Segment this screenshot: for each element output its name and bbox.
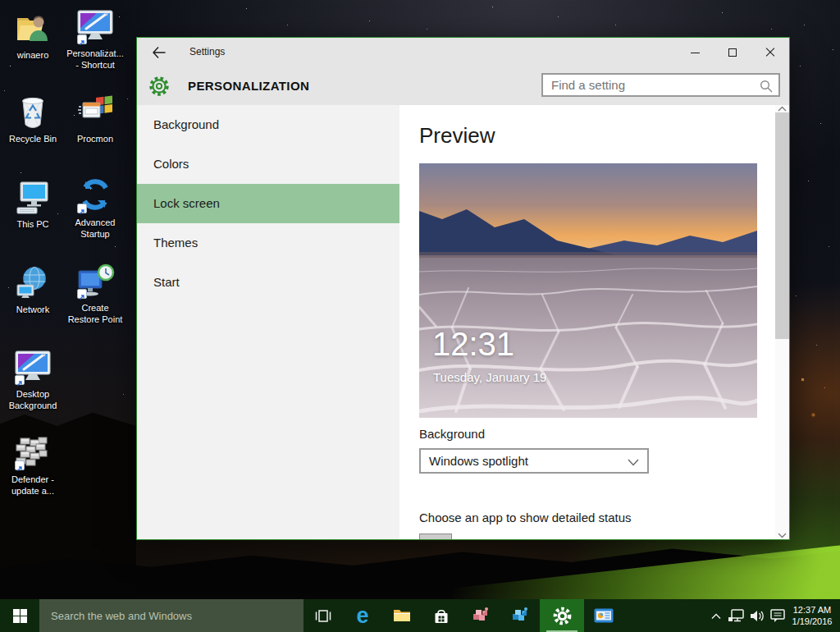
chevron-up-icon (710, 612, 722, 620)
desktop-icon-label: winaero (1, 50, 65, 62)
blue-cubes-icon (510, 607, 530, 625)
scroll-down-icon[interactable] (778, 532, 787, 538)
desktop-icon-label: Defender - update a... (1, 474, 65, 497)
network-tray-button[interactable] (726, 599, 746, 632)
choose-app-tile-button[interactable] (419, 534, 452, 539)
lock-screen-time: 12:31 (432, 326, 514, 363)
desktop-icon-label: Network (1, 305, 65, 316)
window-body: Background Colors Lock screen Themes Sta… (137, 105, 789, 539)
monitor-clock-icon (75, 261, 115, 300)
desktop-icon-label: Advanced Startup (63, 218, 127, 240)
control-panel-window-icon (594, 608, 614, 623)
task-view-icon (314, 609, 332, 623)
maximize-button[interactable] (714, 38, 751, 67)
action-center-icon (769, 608, 786, 623)
scrollbar[interactable] (775, 105, 789, 539)
speaker-icon (749, 609, 765, 623)
desktop-icon-recycle-bin[interactable]: Recycle Bin (1, 92, 65, 145)
setting-search-box[interactable] (541, 73, 780, 97)
taskbar: e (0, 599, 840, 632)
lock-screen-preview-image: 12:31 Tuesday, January 19 (419, 163, 757, 418)
desktop-icon-label: This PC (1, 219, 65, 231)
nav-item-start[interactable]: Start (137, 263, 399, 302)
clock-date: 1/19/2016 (788, 616, 837, 627)
gear-icon (552, 606, 573, 626)
nav-item-themes[interactable]: Themes (137, 223, 399, 263)
magnifier-icon[interactable] (759, 79, 774, 94)
maximize-icon (728, 48, 737, 57)
desktop: { "desktop": { "icons": [ {"name": "wina… (0, 0, 840, 632)
desktop-icon-this-pc[interactable]: This PC (1, 177, 65, 231)
brick-wall-icon (13, 433, 52, 472)
desktop-icon-personalization-shortcut[interactable]: Personalizat... - Shortcut (63, 7, 127, 71)
start-button[interactable] (0, 599, 39, 632)
shortcut-arrow-icon (15, 375, 25, 385)
settings-nav: Background Colors Lock screen Themes Sta… (137, 105, 399, 539)
lock-screen-settings-pane: Preview (399, 105, 775, 539)
close-icon (765, 48, 775, 57)
arrow-left-icon (152, 46, 167, 59)
edge-button[interactable]: e (343, 599, 382, 632)
network-icon (728, 608, 746, 623)
settings-window: Settings PERSONALIZATION Background Colo… (136, 37, 790, 540)
desktop-icon-defender-update[interactable]: Defender - update a... (1, 433, 65, 497)
gear-icon (148, 75, 171, 101)
shortcut-arrow-icon (15, 460, 25, 470)
taskbar-clock[interactable]: 12:37 AM 1/19/2016 (788, 604, 840, 628)
store-button[interactable] (422, 599, 461, 632)
desktop-icon-create-restore-point[interactable]: Create Restore Point (63, 261, 127, 326)
blue-cubes-app-button[interactable] (500, 599, 540, 632)
file-explorer-button[interactable] (382, 599, 422, 632)
shortcut-arrow-icon (77, 34, 87, 44)
windows-logo-icon (13, 609, 27, 623)
setting-search-input[interactable] (551, 75, 755, 95)
desktop-icon-winaero[interactable]: winaero (1, 8, 65, 62)
pink-cubes-icon (471, 607, 491, 625)
settings-app-button-active[interactable] (540, 599, 584, 632)
taskbar-search-box[interactable] (39, 599, 304, 632)
desktop-icon-desktop-background[interactable]: Desktop Background (1, 347, 65, 412)
preview-heading: Preview (419, 123, 495, 149)
tray-expand-button[interactable] (705, 599, 726, 632)
shortcut-arrow-icon (77, 204, 87, 213)
window-title: Settings (189, 46, 225, 57)
desktop-icon-label: Personalizat... - Shortcut (63, 48, 127, 71)
desktop-icon-label: Desktop Background (1, 389, 65, 412)
scrollbar-thumb[interactable] (775, 112, 789, 339)
desktop-icon-label: Procmon (63, 134, 127, 145)
background-label: Background (419, 427, 485, 441)
user-folder-icon (13, 8, 52, 48)
store-icon (433, 608, 450, 624)
choose-app-label: Choose an app to show detailed status (419, 511, 632, 524)
desktop-icon-label: Recycle Bin (1, 134, 65, 145)
file-explorer-icon (393, 608, 411, 623)
minimize-button[interactable] (676, 38, 714, 67)
volume-tray-button[interactable] (746, 599, 767, 632)
desktop-icon-procmon[interactable]: Procmon (63, 92, 127, 145)
page-title: PERSONALIZATION (188, 79, 309, 93)
close-button[interactable] (751, 38, 789, 67)
taskbar-search-input[interactable] (39, 610, 304, 622)
refresh-arrows-icon (75, 176, 115, 215)
pink-cubes-app-button[interactable] (461, 599, 500, 632)
computer-icon (13, 177, 52, 217)
lock-screen-date: Tuesday, January 19 (433, 370, 546, 384)
nav-item-lock-screen[interactable]: Lock screen (137, 184, 399, 223)
nav-item-colors[interactable]: Colors (137, 144, 399, 184)
scroll-up-icon[interactable] (778, 106, 787, 112)
personalization-window-button[interactable] (584, 599, 623, 632)
desktop-icon-network[interactable]: Network (1, 263, 65, 316)
background-dropdown[interactable]: Windows spotlight (419, 448, 649, 474)
action-center-button[interactable] (767, 599, 788, 632)
nav-item-background[interactable]: Background (137, 105, 399, 144)
desktop-icon-label: Create Restore Point (63, 303, 127, 326)
clock-time: 12:37 AM (788, 604, 837, 616)
chevron-down-icon (628, 459, 639, 466)
desktop-icon-advanced-startup[interactable]: Advanced Startup (63, 176, 127, 240)
back-button[interactable] (145, 41, 173, 64)
system-tray: 12:37 AM 1/19/2016 (705, 599, 840, 632)
display-pen-icon (13, 347, 52, 387)
task-view-button[interactable] (304, 599, 343, 632)
shortcut-arrow-icon (77, 289, 87, 299)
minimize-icon (691, 53, 700, 53)
